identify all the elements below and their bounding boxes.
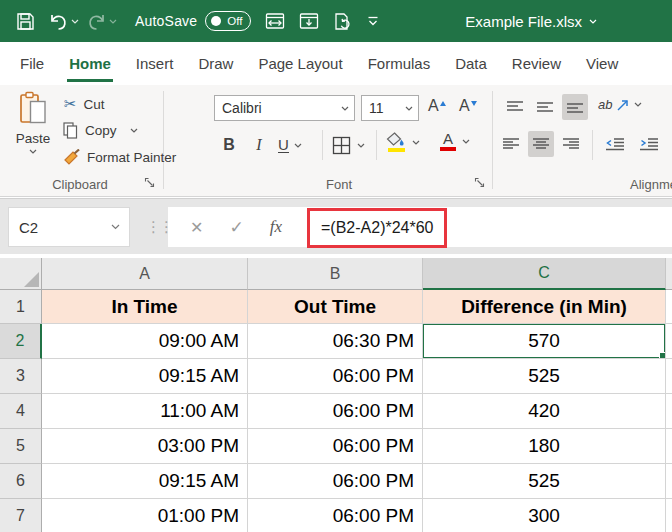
column-header-b[interactable]: B bbox=[248, 258, 423, 290]
cell-d3-sliver[interactable] bbox=[666, 359, 672, 394]
cell-d6-sliver[interactable] bbox=[666, 464, 672, 499]
cell-b5[interactable]: 06:00 PM bbox=[248, 429, 423, 464]
tab-data[interactable]: Data bbox=[455, 42, 487, 85]
filename-dropdown-icon bbox=[589, 19, 597, 24]
row-header-2[interactable]: 2 bbox=[0, 324, 42, 359]
middle-align-button[interactable] bbox=[532, 94, 558, 120]
formula-annotation-box: =(B2-A2)*24*60 bbox=[307, 208, 447, 248]
top-align-button[interactable] bbox=[502, 94, 528, 120]
cell-c7[interactable]: 300 bbox=[423, 499, 666, 532]
cell-a5[interactable]: 03:00 PM bbox=[42, 429, 248, 464]
font-name-combobox[interactable]: Calibri bbox=[214, 95, 355, 121]
font-name-dropdown-icon bbox=[341, 106, 349, 111]
cell-c5[interactable]: 180 bbox=[423, 429, 666, 464]
underline-dropdown-icon bbox=[294, 143, 302, 148]
cell-a7[interactable]: 01:00 PM bbox=[42, 499, 248, 532]
customize-quick-access-icon[interactable] bbox=[367, 16, 379, 27]
italic-button[interactable]: I bbox=[246, 132, 272, 158]
document-title[interactable]: Example File.xlsx bbox=[465, 13, 597, 30]
clipboard-dialog-launcher-icon[interactable] bbox=[144, 176, 155, 191]
cancel-icon[interactable]: ✕ bbox=[190, 218, 203, 237]
qat-window-down-icon[interactable] bbox=[299, 12, 319, 30]
tab-formulas[interactable]: Formulas bbox=[368, 42, 431, 85]
cell-b4[interactable]: 06:00 PM bbox=[248, 394, 423, 429]
cell-c2-active[interactable]: 570 bbox=[423, 324, 666, 359]
cell-d5-sliver[interactable] bbox=[666, 429, 672, 464]
cell-a1[interactable]: In Time bbox=[42, 290, 248, 324]
align-center-button[interactable] bbox=[528, 131, 554, 157]
cell-c1[interactable]: Difference (in Min) bbox=[423, 290, 666, 324]
decrease-indent-button[interactable] bbox=[602, 131, 628, 157]
row-header-4[interactable]: 4 bbox=[0, 394, 42, 429]
font-dialog-launcher-icon[interactable] bbox=[474, 176, 485, 191]
qat-window-resize-icon[interactable] bbox=[265, 12, 285, 30]
autosave-toggle[interactable]: Off bbox=[205, 11, 251, 31]
column-header-a[interactable]: A bbox=[42, 258, 248, 290]
cell-b2[interactable]: 06:30 PM bbox=[248, 324, 423, 359]
increase-font-size-button[interactable]: A bbox=[428, 97, 446, 115]
font-size-combobox[interactable]: 11 bbox=[361, 95, 419, 121]
cell-c6[interactable]: 525 bbox=[423, 464, 666, 499]
tab-page-layout[interactable]: Page Layout bbox=[258, 42, 342, 85]
decrease-font-size-button[interactable]: A bbox=[459, 97, 477, 115]
tab-review[interactable]: Review bbox=[512, 42, 561, 85]
cell-a6[interactable]: 09:15 AM bbox=[42, 464, 248, 499]
decrease-indent-icon bbox=[605, 137, 625, 151]
cell-b1[interactable]: Out Time bbox=[248, 290, 423, 324]
borders-button[interactable] bbox=[332, 136, 365, 155]
insert-function-icon[interactable]: fx bbox=[270, 217, 282, 237]
format-painter-button[interactable]: Format Painter bbox=[62, 149, 176, 166]
fill-handle[interactable] bbox=[659, 352, 666, 359]
tab-file[interactable]: File bbox=[20, 42, 44, 85]
qat-refresh-document-icon[interactable] bbox=[333, 12, 353, 31]
cell-a4[interactable]: 11:00 AM bbox=[42, 394, 248, 429]
paste-button[interactable]: Paste bbox=[10, 91, 56, 181]
cell-a2[interactable]: 09:00 AM bbox=[42, 324, 248, 359]
orientation-button[interactable]: ab bbox=[598, 97, 642, 112]
align-right-button[interactable] bbox=[558, 131, 584, 157]
cell-b3[interactable]: 06:00 PM bbox=[248, 359, 423, 394]
bold-button[interactable]: B bbox=[216, 132, 242, 158]
tab-insert[interactable]: Insert bbox=[136, 42, 174, 85]
active-cell-reference: C2 bbox=[19, 219, 38, 236]
bold-glyph: B bbox=[223, 136, 235, 154]
column-header-c[interactable]: C bbox=[423, 258, 666, 290]
align-right-icon bbox=[562, 137, 580, 151]
select-all-corner[interactable] bbox=[0, 258, 42, 290]
borders-icon bbox=[332, 136, 351, 155]
tab-view[interactable]: View bbox=[586, 42, 618, 85]
cell-a3[interactable]: 09:15 AM bbox=[42, 359, 248, 394]
copy-button[interactable]: Copy bbox=[63, 122, 138, 139]
column-header-d-sliver[interactable] bbox=[666, 258, 672, 290]
cell-b6[interactable]: 06:00 PM bbox=[248, 464, 423, 499]
font-color-button[interactable]: A bbox=[440, 131, 470, 151]
cut-button[interactable]: ✂ Cut bbox=[64, 95, 105, 113]
row-header-1[interactable]: 1 bbox=[0, 290, 42, 324]
name-box[interactable]: C2 bbox=[8, 207, 130, 247]
undo-dropdown-icon[interactable] bbox=[71, 19, 79, 24]
redo-dropdown-icon[interactable] bbox=[109, 19, 117, 24]
enter-icon[interactable]: ✓ bbox=[229, 217, 243, 238]
row-header-5[interactable]: 5 bbox=[0, 429, 42, 464]
save-icon[interactable] bbox=[16, 12, 35, 31]
tab-home[interactable]: Home bbox=[69, 42, 111, 85]
bottom-align-button[interactable] bbox=[562, 94, 588, 120]
cell-d1-sliver[interactable] bbox=[666, 290, 672, 324]
underline-button[interactable]: U bbox=[278, 137, 302, 153]
cell-d4-sliver[interactable] bbox=[666, 394, 672, 429]
row-header-6[interactable]: 6 bbox=[0, 464, 42, 499]
row-header-3[interactable]: 3 bbox=[0, 359, 42, 394]
cell-b7[interactable]: 06:00 PM bbox=[248, 499, 423, 532]
cell-c4[interactable]: 420 bbox=[423, 394, 666, 429]
tab-draw[interactable]: Draw bbox=[198, 42, 233, 85]
undo-icon[interactable] bbox=[49, 12, 68, 31]
cell-d7-sliver[interactable] bbox=[666, 499, 672, 532]
increase-indent-button[interactable] bbox=[636, 131, 662, 157]
row-header-7[interactable]: 7 bbox=[0, 499, 42, 532]
cell-c3[interactable]: 525 bbox=[423, 359, 666, 394]
align-left-button[interactable] bbox=[498, 131, 524, 157]
fill-color-button[interactable] bbox=[386, 132, 420, 152]
cell-d2-sliver[interactable] bbox=[666, 324, 672, 359]
redo-icon[interactable] bbox=[87, 12, 106, 31]
formula-text[interactable]: =(B2-A2)*24*60 bbox=[321, 219, 434, 237]
